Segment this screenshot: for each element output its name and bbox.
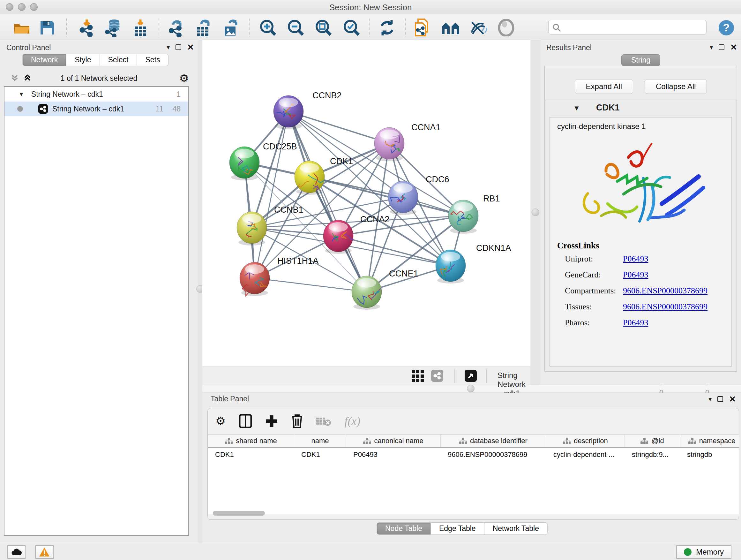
network-collection-row[interactable]: ▼ String Network – cdk1 1 (4, 87, 188, 102)
network-edge[interactable] (338, 236, 451, 266)
network-node-CCNB1[interactable] (237, 212, 267, 246)
import-table-icon[interactable] (131, 19, 149, 37)
network-node-CCNA1[interactable] (374, 127, 404, 161)
table-cell[interactable]: stringdb (680, 448, 739, 462)
save-session-icon[interactable] (38, 19, 56, 37)
tab-network-table[interactable]: Network Table (484, 522, 548, 535)
panel-menu-icon[interactable]: ▾ (710, 44, 713, 51)
network-row[interactable]: String Network – cdk1 11 48 (4, 102, 188, 116)
string-network-icon (38, 104, 48, 114)
network-node-CDK1[interactable] (294, 161, 325, 195)
tab-select[interactable]: Select (100, 54, 137, 66)
zoom-selected-icon[interactable] (343, 19, 360, 37)
node-label-CCNE1: CCNE1 (389, 269, 418, 278)
show-all-icon[interactable] (497, 19, 515, 37)
column-header-name[interactable]: name (294, 435, 346, 447)
crosslink-link[interactable]: P06493 (623, 254, 648, 263)
export-table-icon[interactable] (194, 19, 212, 37)
bottom-splitter-handle[interactable] (467, 385, 475, 392)
network-node-HIST1H1A[interactable] (240, 262, 270, 296)
tab-edge-table[interactable]: Edge Table (431, 522, 484, 535)
current-network-dot-icon (17, 106, 23, 112)
export-network-icon[interactable] (167, 19, 185, 37)
gear-icon[interactable]: ⚙ (179, 73, 189, 84)
export-image-icon[interactable] (222, 19, 240, 37)
panel-close-icon[interactable]: ✕ (729, 396, 736, 402)
column-header-shared-name[interactable]: shared name (208, 435, 294, 447)
network-node-CCNB2[interactable] (273, 96, 304, 129)
panel-float-icon[interactable] (718, 396, 723, 402)
zoom-fit-icon[interactable] (315, 19, 333, 37)
column-header-description[interactable]: description (546, 435, 625, 447)
network-graph[interactable]: CCNB2CCNA1CDC25BCDK1CDC6RB1CCNB1CCNA2CDK… (202, 40, 530, 367)
table-cell[interactable]: CDK1 (208, 448, 294, 462)
crosslink-link[interactable]: 9606.ENSP00000378699 (623, 302, 708, 311)
add-column-icon[interactable] (265, 415, 278, 428)
network-node-CDKN1A[interactable] (435, 250, 466, 284)
tab-style[interactable]: Style (66, 54, 99, 66)
panel-menu-icon[interactable]: ▾ (709, 395, 712, 403)
hide-selected-icon[interactable] (469, 19, 487, 37)
help-icon[interactable]: ? (718, 19, 735, 37)
grid-view-icon[interactable] (412, 370, 424, 382)
import-database-icon[interactable] (104, 19, 122, 37)
expand-all-button[interactable]: Expand All (575, 79, 633, 94)
network-node-CDC6[interactable] (388, 181, 418, 215)
panel-float-icon[interactable] (719, 44, 724, 50)
table-row[interactable]: CDK1CDK1P064939606.ENSP00000378699cyclin… (208, 448, 739, 462)
column-header-database-identifier[interactable]: database identifier (441, 435, 546, 447)
function-builder-icon[interactable]: f(x) (344, 415, 360, 428)
string-view-icon[interactable] (431, 370, 443, 382)
refresh-icon[interactable] (378, 19, 396, 37)
zoom-out-icon[interactable] (287, 19, 305, 37)
import-network-icon[interactable] (78, 19, 96, 37)
table-cell[interactable]: 9606.ENSP00000378699 (441, 448, 546, 462)
table-cell[interactable]: P06493 (346, 448, 441, 462)
node-result-header[interactable]: ▼ CDK1 (545, 100, 737, 116)
network-node-CCNE1[interactable] (352, 276, 382, 310)
panel-close-icon[interactable]: ✕ (187, 44, 194, 50)
delete-column-icon[interactable] (291, 414, 303, 428)
cloud-button[interactable] (7, 545, 25, 559)
network-edge[interactable] (288, 111, 389, 143)
panel-close-icon[interactable]: ✕ (730, 44, 737, 50)
column-header-canonical-name[interactable]: canonical name (346, 435, 441, 447)
table-settings-icon[interactable]: ⚙ (215, 415, 226, 428)
birdseye-view-icon[interactable] (465, 370, 477, 382)
crosslink-link[interactable]: P06493 (623, 270, 648, 279)
search-input[interactable] (564, 21, 701, 33)
collapse-all-button[interactable]: Collapse All (645, 79, 707, 94)
crosslink-link[interactable]: 9606.ENSP00000378699 (623, 286, 708, 295)
clear-table-icon[interactable] (316, 416, 331, 427)
network-canvas[interactable]: CCNB2CCNA1CDC25BCDK1CDC6RB1CCNB1CCNA2CDK… (202, 40, 530, 367)
open-file-icon[interactable] (13, 19, 30, 37)
tab-sets[interactable]: Sets (137, 54, 169, 66)
collapse-caret-icon[interactable]: ▼ (573, 104, 580, 112)
tab-string[interactable]: String (621, 54, 660, 66)
memory-button[interactable]: Memory (676, 545, 731, 559)
horizontal-scrollbar-thumb[interactable] (213, 511, 265, 516)
select-columns-icon[interactable] (239, 414, 252, 428)
network-edge[interactable] (255, 278, 367, 292)
right-splitter-handle[interactable] (532, 208, 539, 216)
column-header-@id[interactable]: @id (625, 435, 680, 447)
tab-node-table[interactable]: Node Table (377, 522, 431, 535)
network-edge[interactable] (252, 216, 463, 228)
tab-network[interactable]: Network (22, 54, 66, 66)
crosslink-link[interactable]: P06493 (623, 318, 648, 327)
panel-menu-icon[interactable]: ▾ (166, 44, 170, 51)
zoom-in-icon[interactable] (259, 19, 277, 37)
duplicate-network-icon[interactable] (413, 19, 431, 37)
table-cell[interactable]: cyclin-dependent ... (546, 448, 625, 462)
panel-float-icon[interactable] (176, 44, 181, 50)
column-header-namespace[interactable]: namespace (680, 435, 739, 447)
first-neighbors-icon[interactable] (441, 19, 459, 37)
table-cell[interactable]: stringdb:9... (625, 448, 680, 462)
warnings-button[interactable] (35, 545, 54, 559)
network-edge[interactable] (255, 111, 288, 278)
table-cell[interactable]: CDK1 (294, 448, 346, 462)
network-node-CCNA2[interactable] (323, 220, 354, 254)
tree-caret-icon[interactable]: ▼ (18, 91, 24, 98)
network-node-CDC25B[interactable] (229, 146, 259, 180)
network-node-RB1[interactable] (448, 200, 478, 234)
